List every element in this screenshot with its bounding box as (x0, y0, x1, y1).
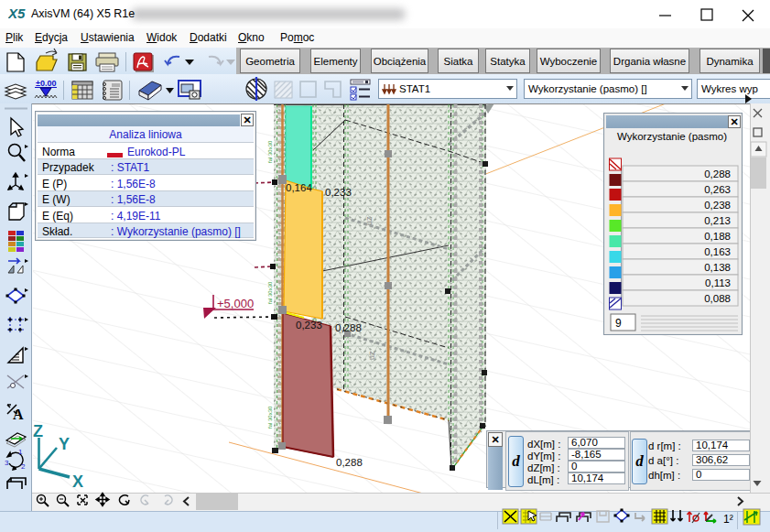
svg-text:1: 1 (18, 448, 23, 456)
svg-text:2: 2 (21, 462, 26, 471)
svg-text:1²: 1² (723, 513, 733, 526)
svg-text:A: A (13, 407, 24, 422)
svg-text:±0.00: ±0.00 (36, 79, 56, 88)
svg-text:3: 3 (5, 459, 9, 467)
